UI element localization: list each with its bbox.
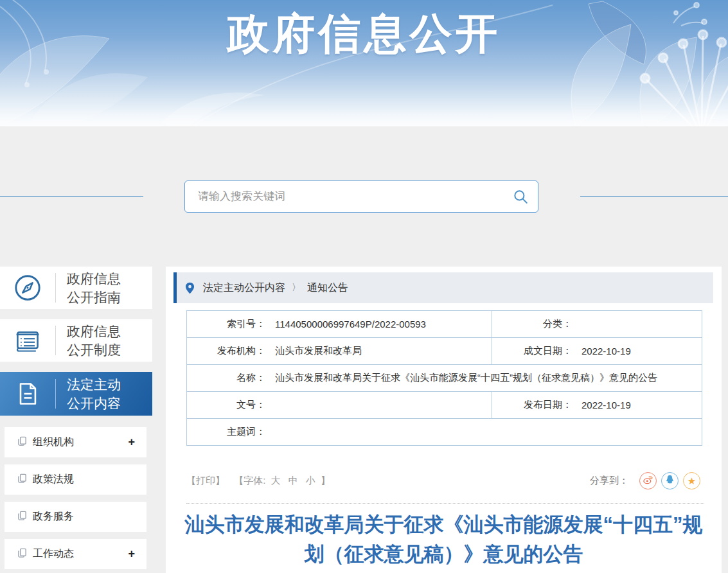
notebook-icon xyxy=(0,326,55,355)
meta-label-category: 分类： xyxy=(492,318,572,330)
banner: 政府信息公开 xyxy=(0,0,728,127)
sidebar: 政府信息 公开指南 政府信息 公开制度 xyxy=(0,267,152,573)
share-qzone-button[interactable]: ★ xyxy=(683,472,700,489)
table-row: 名称： 汕头市发展和改革局关于征求《汕头市能源发展“十四五”规划（征求意见稿）》… xyxy=(187,364,702,391)
table-row: 文号： 发布日期： 2022-10-19 xyxy=(187,391,702,418)
pages-icon xyxy=(17,548,27,560)
article-toolbar: 【打印】 【字体: 大 中 小 】 分享到： xyxy=(186,472,700,489)
meta-value-publish-date: 2022-10-19 xyxy=(582,400,631,410)
sidebar-item-label: 政策法规 xyxy=(33,473,135,486)
decorative-line-right xyxy=(580,196,728,197)
meta-value-date-written: 2022-10-19 xyxy=(582,346,631,357)
meta-label-publish-date: 发布日期： xyxy=(492,399,572,411)
page-title: 政府信息公开 xyxy=(0,0,728,63)
sidebar-card-label: 法定主动 公开内容 xyxy=(56,375,121,412)
meta-value-title: 汕头市发展和改革局关于征求《汕头市能源发展“十四五”规划（征求意见稿）》意见的公… xyxy=(275,372,657,384)
qq-icon xyxy=(664,474,675,488)
table-row: 发布机构： 汕头市发展和改革局 成文日期： 2022-10-19 xyxy=(187,337,702,364)
pages-icon xyxy=(17,436,27,448)
font-size-label: 【字体: xyxy=(234,475,265,486)
font-size-large-button[interactable]: 大 xyxy=(271,475,281,486)
expand-plus-icon[interactable]: + xyxy=(128,436,135,449)
sidebar-item-services[interactable]: 政务服务 xyxy=(4,502,146,532)
search-button[interactable] xyxy=(512,188,529,205)
sidebar-item-label: 组织机构 xyxy=(33,436,128,449)
meta-label-title: 名称： xyxy=(187,372,265,384)
meta-value-issuing-agency: 汕头市发展和改革局 xyxy=(275,345,362,357)
document-icon xyxy=(0,380,55,408)
document-meta-table: 索引号： 11440500006997649P/2022-00593 分类： 发… xyxy=(186,310,702,446)
dotted-divider xyxy=(186,503,704,504)
sidebar-card-statutory-disclosure[interactable]: 法定主动 公开内容 xyxy=(0,372,152,416)
meta-label-keywords: 主题词： xyxy=(187,426,265,438)
location-pin-icon xyxy=(185,282,195,294)
sidebar-card-disclosure-system[interactable]: 政府信息 公开制度 xyxy=(0,319,152,362)
breadcrumb-link-statutory-disclosure[interactable]: 法定主动公开内容 xyxy=(203,281,285,295)
share-controls: 分享到： xyxy=(590,472,700,489)
print-button[interactable]: 【打印】 xyxy=(186,475,225,486)
meta-value-index-number: 11440500006997649P/2022-00593 xyxy=(275,319,426,330)
breadcrumb: 法定主动公开内容 〉 通知公告 xyxy=(173,272,713,303)
sidebar-item-label: 政务服务 xyxy=(33,510,135,524)
font-size-label-suffix: 】 xyxy=(321,475,330,486)
compass-icon xyxy=(0,273,55,303)
search-input[interactable] xyxy=(185,181,538,212)
font-size-small-button[interactable]: 小 xyxy=(306,475,315,486)
sidebar-card-label: 政府信息 公开制度 xyxy=(56,322,121,359)
table-row: 索引号： 11440500006997649P/2022-00593 分类： xyxy=(187,311,702,337)
font-size-medium-button[interactable]: 中 xyxy=(289,475,298,486)
pages-icon xyxy=(17,511,27,523)
meta-label-issuing-agency: 发布机构： xyxy=(187,345,265,357)
share-weibo-button[interactable] xyxy=(639,472,657,489)
magnifier-icon xyxy=(512,197,529,207)
breadcrumb-link-notices[interactable]: 通知公告 xyxy=(307,281,348,295)
expand-plus-icon[interactable]: + xyxy=(128,547,135,561)
meta-label-date-written: 成文日期： xyxy=(492,345,572,357)
meta-label-index-number: 索引号： xyxy=(187,318,265,330)
meta-label-doc-number: 文号： xyxy=(187,399,265,411)
pages-icon xyxy=(17,473,27,486)
content-panel: 法定主动公开内容 〉 通知公告 索引号： 11440500006997649P/… xyxy=(166,267,722,573)
weibo-icon xyxy=(642,473,654,488)
share-qq-button[interactable] xyxy=(661,472,679,489)
sidebar-card-disclosure-guide[interactable]: 政府信息 公开指南 xyxy=(0,267,152,309)
print-font-controls: 【打印】 【字体: 大 中 小 】 xyxy=(186,475,330,487)
sidebar-item-label: 工作动态 xyxy=(33,547,128,561)
search-box xyxy=(184,181,538,213)
breadcrumb-separator: 〉 xyxy=(292,282,301,294)
sidebar-item-work-updates[interactable]: 工作动态 + xyxy=(4,539,146,569)
sidebar-item-organization[interactable]: 组织机构 + xyxy=(4,427,146,457)
article-title: 汕头市发展和改革局关于征求《汕头市能源发展“十四五”规划（征求意见稿）》意见的公… xyxy=(184,510,704,569)
sidebar-item-policies[interactable]: 政策法规 xyxy=(4,464,146,495)
decorative-line-left xyxy=(0,196,143,197)
page: 政府信息公开 政府信息 公开指 xyxy=(0,0,728,573)
sidebar-card-label: 政府信息 公开指南 xyxy=(56,269,121,306)
share-label: 分享到： xyxy=(590,475,628,487)
table-row: 主题词： xyxy=(187,418,702,445)
qzone-star-icon: ★ xyxy=(688,476,696,486)
